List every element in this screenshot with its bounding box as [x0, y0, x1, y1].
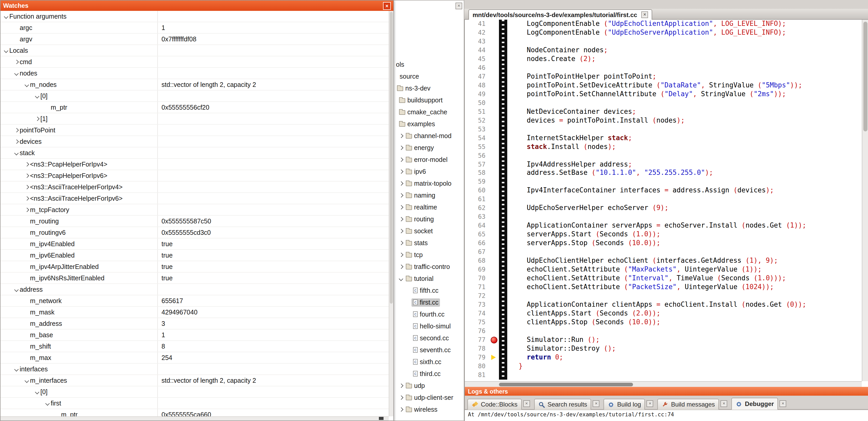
watch-row[interactable]: m_routingv60x5555555cd3c0 — [1, 227, 389, 238]
chevron-open-icon[interactable] — [13, 70, 20, 76]
code-text[interactable] — [507, 248, 862, 257]
code-line[interactable]: 43 — [465, 37, 862, 46]
code-text[interactable]: PointToPointHelper pointToPoint; — [507, 72, 862, 81]
watch-row[interactable]: stack — [1, 148, 389, 159]
watches-titlebar[interactable]: Watches × — [1, 1, 393, 11]
tree-item-examples[interactable]: examples — [394, 118, 464, 130]
code-line[interactable]: 80} — [465, 362, 862, 371]
code-text[interactable]: InternetStackHelper stack; — [507, 134, 862, 142]
watch-row[interactable]: <ns3::AsciiTraceHelperForIpv4> — [1, 182, 389, 193]
close-icon[interactable]: × — [647, 400, 653, 407]
tree-item-buildsupport[interactable]: buildsupport — [394, 94, 464, 106]
tree-item-realtime[interactable]: realtime — [394, 201, 464, 213]
breakpoint-margin[interactable] — [490, 160, 499, 169]
close-icon[interactable]: × — [641, 11, 648, 18]
watch-row[interactable]: Function arguments — [1, 11, 389, 22]
breakpoint-margin[interactable] — [490, 336, 499, 345]
code-text[interactable]: serverApps.Start (Seconds (1.0)); — [507, 230, 862, 239]
watch-row[interactable]: first — [1, 398, 389, 409]
code-text[interactable]: echoClient.SetAttribute ("Interval", Tim… — [507, 274, 862, 283]
code-line[interactable]: 69 echoClient.SetAttribute ("MaxPackets"… — [465, 265, 862, 274]
chevron-open-icon[interactable] — [13, 286, 20, 293]
code-text[interactable]: stack.Install (nodes); — [507, 142, 862, 151]
tree-item-fourth-cc[interactable]: cfourth.cc — [394, 308, 464, 320]
watch-row[interactable]: <ns3::AsciiTraceHelperForIpv6> — [1, 193, 389, 204]
code-text[interactable]: Simulator::Run (); — [507, 336, 862, 345]
watch-row[interactable]: m_ipv6Enabledtrue — [1, 250, 389, 261]
chevron-closed-icon[interactable] — [398, 263, 404, 270]
chevron-closed-icon[interactable] — [398, 394, 404, 401]
watches-vertical-scrollbar[interactable] — [389, 11, 393, 416]
code-text[interactable] — [507, 327, 862, 336]
code-line[interactable]: 55 stack.Install (nodes); — [465, 142, 862, 151]
code-text[interactable] — [507, 177, 862, 187]
breakpoint-icon[interactable] — [491, 337, 497, 344]
breakpoint-margin[interactable] — [490, 257, 499, 265]
chevron-closed-icon[interactable] — [398, 216, 404, 222]
code-line[interactable]: 63 — [465, 213, 862, 222]
tree-item-cmake-cache[interactable]: cmake_cache — [394, 106, 464, 118]
tree-item-naming[interactable]: naming — [394, 189, 464, 201]
chevron-open-icon[interactable] — [3, 47, 9, 54]
code-text[interactable] — [507, 64, 862, 72]
tree-item-ols[interactable]: ols — [394, 59, 464, 70]
code-line[interactable]: 59 — [465, 177, 862, 187]
watch-row[interactable]: m_interfacesstd::vector of length 2, cap… — [1, 375, 389, 386]
watch-row[interactable]: m_nodesstd::vector of length 2, capacity… — [1, 79, 389, 91]
chevron-closed-icon[interactable] — [13, 138, 20, 145]
code-text[interactable]: pointToPoint.SetDeviceAttribute ("DataRa… — [507, 81, 862, 90]
editor-horizontal-scrollbar[interactable] — [465, 381, 862, 387]
code-area[interactable]: 41 LogComponentEnable ("UdpEchoClientApp… — [465, 20, 862, 381]
chevron-closed-icon[interactable] — [23, 184, 30, 190]
breakpoint-margin[interactable] — [490, 362, 499, 371]
chevron-closed-icon[interactable] — [13, 127, 20, 133]
breakpoint-margin[interactable] — [490, 353, 499, 362]
breakpoint-margin[interactable] — [490, 72, 499, 81]
watch-row[interactable]: [1] — [1, 113, 389, 125]
code-line[interactable]: 60 Ipv4InterfaceContainer interfaces = a… — [465, 187, 862, 195]
breakpoint-margin[interactable] — [490, 248, 499, 257]
breakpoint-margin[interactable] — [490, 283, 499, 292]
logs-tab-code-blocks[interactable]: Code::Blocks — [467, 399, 522, 410]
breakpoint-margin[interactable] — [490, 64, 499, 72]
breakpoint-margin[interactable] — [490, 90, 499, 99]
breakpoint-margin[interactable] — [490, 46, 499, 55]
logs-tab-build-log[interactable]: Build log — [604, 399, 645, 410]
chevron-closed-icon[interactable] — [23, 172, 30, 179]
chevron-closed-icon[interactable] — [398, 168, 404, 175]
tree-item-seventh-cc[interactable]: cseventh.cc — [394, 344, 464, 356]
watch-row[interactable]: m_routing0x555555587c50 — [1, 216, 389, 227]
breakpoint-margin[interactable] — [490, 239, 499, 248]
code-line[interactable]: 71 echoClient.SetAttribute ("PacketSize"… — [465, 283, 862, 292]
code-text[interactable]: clientApps.Start (Seconds (2.0)); — [507, 309, 862, 318]
tree-item-wireless[interactable]: wireless — [394, 403, 464, 415]
code-line[interactable]: 76 — [465, 327, 862, 336]
watch-row[interactable]: interfaces — [1, 364, 389, 375]
code-text[interactable]: } — [507, 362, 862, 371]
code-text[interactable]: clientApps.Stop (Seconds (10.0)); — [507, 318, 862, 327]
code-text[interactable]: NetDeviceContainer devices; — [507, 107, 862, 116]
breakpoint-margin[interactable] — [490, 116, 499, 125]
breakpoint-margin[interactable] — [490, 213, 499, 222]
close-icon[interactable]: × — [383, 2, 391, 9]
watch-row[interactable]: m_network655617 — [1, 295, 389, 307]
code-line[interactable]: 42 LogComponentEnable ("UdpEchoServerApp… — [465, 28, 862, 37]
code-text[interactable]: devices = pointToPoint.Install (nodes); — [507, 116, 862, 125]
close-icon[interactable]: × — [456, 3, 462, 9]
breakpoint-margin[interactable] — [490, 151, 499, 160]
breakpoint-margin[interactable] — [490, 345, 499, 353]
chevron-closed-icon[interactable] — [398, 132, 404, 139]
code-text[interactable]: nodes.Create (2); — [507, 55, 862, 64]
breakpoint-margin[interactable] — [490, 55, 499, 64]
code-text[interactable] — [507, 37, 862, 46]
scrollbar-thumb[interactable] — [863, 22, 867, 131]
code-text[interactable]: echoClient.SetAttribute ("PacketSize", U… — [507, 283, 862, 292]
watch-row[interactable]: m_tcpFactory — [1, 204, 389, 216]
watch-row[interactable]: m_ptr0x5555555ca660 — [1, 409, 389, 416]
chevron-closed-icon[interactable] — [398, 192, 404, 199]
code-line[interactable]: 67 — [465, 248, 862, 257]
tree-item-energy[interactable]: energy — [394, 142, 464, 154]
watch-row[interactable]: <ns3::PcapHelperForIpv6> — [1, 170, 389, 182]
watch-row[interactable]: m_ipv4ArpJitterEnabledtrue — [1, 261, 389, 272]
chevron-closed-icon[interactable] — [398, 382, 404, 389]
